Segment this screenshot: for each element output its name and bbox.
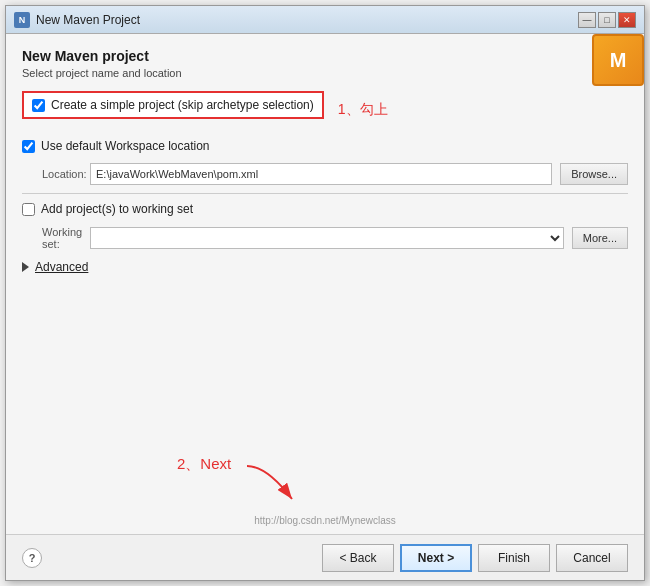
browse-button[interactable]: Browse... xyxy=(560,163,628,185)
help-button[interactable]: ? xyxy=(22,548,42,568)
footer-buttons: < Back Next > Finish Cancel xyxy=(322,544,628,572)
page-title: New Maven project xyxy=(22,48,628,64)
simple-project-checkbox[interactable] xyxy=(32,99,45,112)
window-icon: N xyxy=(14,12,30,28)
more-button[interactable]: More... xyxy=(572,227,628,249)
use-default-workspace-checkbox[interactable] xyxy=(22,140,35,153)
window-title: New Maven Project xyxy=(36,13,140,27)
location-label: Location: xyxy=(22,168,82,180)
workspace-checkbox-row: Use default Workspace location xyxy=(22,139,628,153)
cancel-button[interactable]: Cancel xyxy=(556,544,628,572)
add-working-set-checkbox[interactable] xyxy=(22,203,35,216)
maven-logo: M xyxy=(592,34,644,86)
main-window: N New Maven Project — □ ✕ M New Maven pr… xyxy=(5,5,645,581)
annotation-1: 1、勾上 xyxy=(338,101,388,119)
arrow-annotation xyxy=(237,461,317,514)
advanced-row[interactable]: Advanced xyxy=(22,260,628,274)
maximize-button[interactable]: □ xyxy=(598,12,616,28)
working-set-row: Working set: More... xyxy=(22,226,628,250)
add-working-set-label: Add project(s) to working set xyxy=(41,202,193,216)
simple-project-label: Create a simple project (skip archetype … xyxy=(51,98,314,112)
separator-1 xyxy=(22,193,628,194)
form-area: Create a simple project (skip archetype … xyxy=(22,91,628,524)
simple-project-row: Create a simple project (skip archetype … xyxy=(22,91,324,119)
working-set-label: Working set: xyxy=(22,226,82,250)
working-set-checkbox-row: Add project(s) to working set xyxy=(22,202,628,216)
page-subtitle: Select project name and location xyxy=(22,67,628,79)
working-set-select[interactable] xyxy=(90,227,564,249)
triangle-icon xyxy=(22,262,29,272)
watermark: http://blog.csdn.net/Mynewclass xyxy=(254,515,396,526)
location-row: Location: Browse... xyxy=(22,163,628,185)
location-input[interactable] xyxy=(90,163,552,185)
use-default-workspace-label: Use default Workspace location xyxy=(41,139,210,153)
title-bar: N New Maven Project — □ ✕ xyxy=(6,6,644,34)
footer: ? < Back Next > Finish Cancel xyxy=(6,534,644,580)
close-button[interactable]: ✕ xyxy=(618,12,636,28)
annotation-arrow xyxy=(237,461,317,511)
advanced-label: Advanced xyxy=(35,260,88,274)
next-button[interactable]: Next > xyxy=(400,544,472,572)
back-button[interactable]: < Back xyxy=(322,544,394,572)
finish-button[interactable]: Finish xyxy=(478,544,550,572)
minimize-button[interactable]: — xyxy=(578,12,596,28)
content-area: M New Maven project Select project name … xyxy=(6,34,644,534)
window-controls: — □ ✕ xyxy=(578,12,636,28)
annotation-2: 2、Next xyxy=(177,455,231,474)
